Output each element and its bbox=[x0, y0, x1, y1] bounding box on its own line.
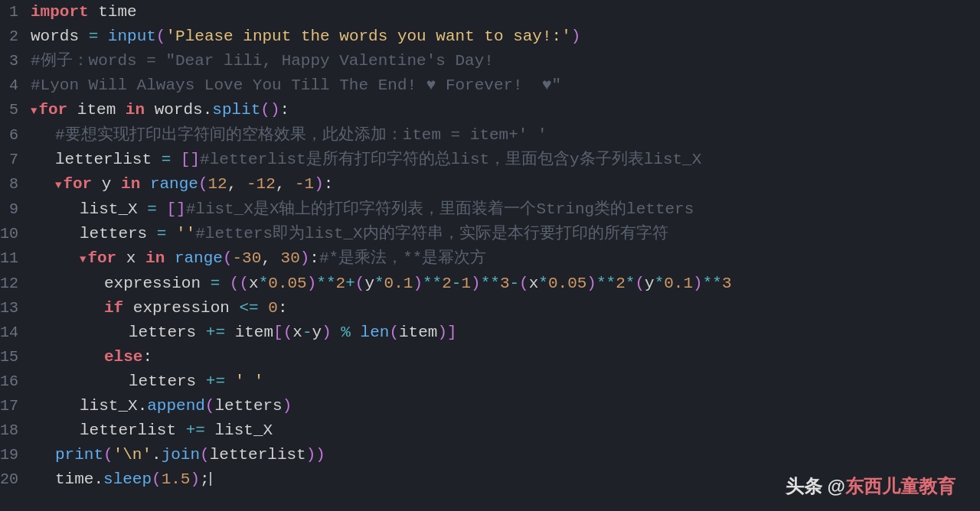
code-line-8: 8 ▼for y in range(12, -12, -1): bbox=[0, 172, 980, 197]
line-num-6: 6 bbox=[0, 123, 31, 148]
code-line-6: 6 #要想实现打印出字符间的空格效果，此处添加：item = item+' ' bbox=[0, 123, 980, 148]
code-line-1: 1 import time bbox=[0, 0, 980, 24]
code-line-5: 5 ▼for item in words.split(): bbox=[0, 98, 980, 123]
line-num-18: 18 bbox=[0, 418, 31, 443]
code-line-4: 4 #Lyon Will Always Love You Till The En… bbox=[0, 73, 980, 98]
line-content-8: ▼for y in range(12, -12, -1): bbox=[31, 172, 980, 197]
line-num-14: 14 bbox=[0, 321, 31, 345]
line-content-7: letterlist = []#letterlist是所有打印字符的总list，… bbox=[31, 148, 980, 172]
line-content-15: else: bbox=[31, 345, 980, 369]
watermark-prefix: 头条 @ bbox=[786, 476, 845, 496]
code-line-12: 12 expression = ((x*0.05)**2+(y*0.1)**2-… bbox=[0, 272, 980, 296]
code-line-17: 17 list_X.append(letters) bbox=[0, 394, 980, 418]
code-line-9: 9 list_X = []#list_X是X轴上的打印字符列表，里面装着一个St… bbox=[0, 197, 980, 222]
line-content-9: list_X = []#list_X是X轴上的打印字符列表，里面装着一个Stri… bbox=[31, 197, 980, 222]
code-line-13: 13 if expression <= 0: bbox=[0, 296, 980, 321]
line-num-10: 10 bbox=[0, 222, 31, 246]
line-num-12: 12 bbox=[0, 272, 31, 296]
line-num-4: 4 bbox=[0, 73, 31, 98]
code-line-15: 15 else: bbox=[0, 345, 980, 369]
line-content-2: words = input('Please input the words yo… bbox=[31, 24, 980, 49]
line-num-9: 9 bbox=[0, 197, 31, 222]
line-num-7: 7 bbox=[0, 148, 31, 172]
line-content-17: list_X.append(letters) bbox=[31, 394, 980, 418]
line-content-11: ▼for x in range(-30, 30):#*是乘法，**是幂次方 bbox=[31, 246, 980, 272]
line-num-20: 20 bbox=[0, 467, 31, 492]
line-content-13: if expression <= 0: bbox=[31, 296, 980, 321]
code-editor: 1 import time 2 words = input('Please in… bbox=[0, 0, 980, 511]
line-content-14: letters += item[(x-y) % len(item)] bbox=[31, 321, 980, 345]
watermark: 头条 @东西儿童教育 bbox=[786, 474, 956, 499]
line-num-2: 2 bbox=[0, 24, 31, 49]
line-num-16: 16 bbox=[0, 369, 31, 394]
code-line-18: 18 letterlist += list_X bbox=[0, 418, 980, 443]
code-line-16: 16 letters += ' ' bbox=[0, 369, 980, 394]
line-content-16: letters += ' ' bbox=[31, 369, 980, 394]
line-num-11: 11 bbox=[0, 246, 31, 271]
line-num-17: 17 bbox=[0, 394, 31, 418]
line-content-3: #例子：words = "Dear lili, Happy Valentine'… bbox=[31, 49, 980, 73]
line-num-19: 19 bbox=[0, 443, 31, 467]
line-content-10: letters = ''#letters即为list_X内的字符串，实际是本行要… bbox=[31, 222, 980, 246]
watermark-name: 东西儿童教育 bbox=[845, 476, 956, 496]
line-num-15: 15 bbox=[0, 345, 31, 369]
line-num-3: 3 bbox=[0, 49, 31, 73]
line-content-18: letterlist += list_X bbox=[31, 418, 980, 443]
line-num-5: 5 bbox=[0, 98, 31, 122]
line-content-4: #Lyon Will Always Love You Till The End!… bbox=[31, 73, 980, 98]
line-content-6: #要想实现打印出字符间的空格效果，此处添加：item = item+' ' bbox=[31, 123, 980, 148]
line-content-5: ▼for item in words.split(): bbox=[31, 98, 980, 123]
code-line-14: 14 letters += item[(x-y) % len(item)] bbox=[0, 321, 980, 345]
code-line-10: 10 letters = ''#letters即为list_X内的字符串，实际是… bbox=[0, 222, 980, 246]
line-num-13: 13 bbox=[0, 296, 31, 321]
line-content-19: print('\n'.join(letterlist)) bbox=[31, 443, 980, 467]
line-num-1: 1 bbox=[0, 0, 31, 24]
line-num-8: 8 bbox=[0, 172, 31, 197]
code-line-7: 7 letterlist = []#letterlist是所有打印字符的总lis… bbox=[0, 148, 980, 172]
line-content-12: expression = ((x*0.05)**2+(y*0.1)**2-1)*… bbox=[31, 272, 980, 296]
line-content-1: import time bbox=[31, 0, 980, 24]
code-line-3: 3 #例子：words = "Dear lili, Happy Valentin… bbox=[0, 49, 980, 73]
code-line-2: 2 words = input('Please input the words … bbox=[0, 24, 980, 49]
code-line-11: 11 ▼for x in range(-30, 30):#*是乘法，**是幂次方 bbox=[0, 246, 980, 272]
code-line-19: 19 print('\n'.join(letterlist)) bbox=[0, 443, 980, 467]
